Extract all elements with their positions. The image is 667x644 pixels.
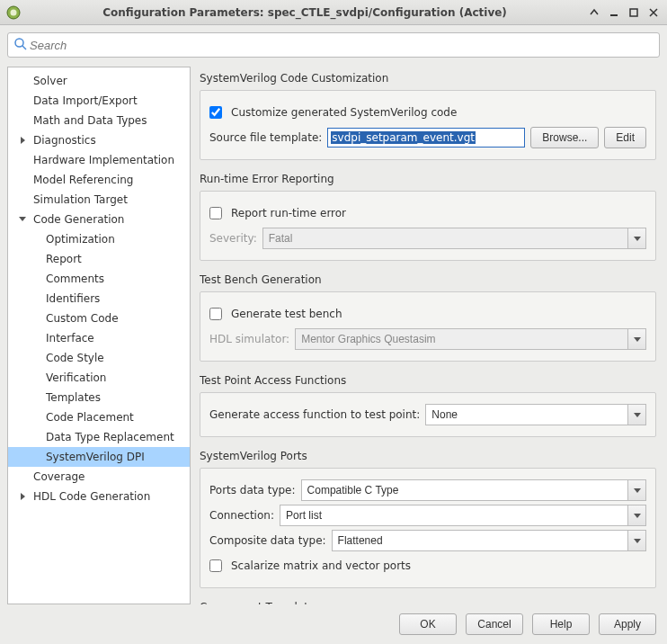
help-button[interactable]: Help — [532, 613, 590, 635]
svg-point-1 — [11, 9, 17, 15]
app-icon — [5, 4, 22, 21]
testpoint-gen-combo[interactable] — [425, 404, 646, 425]
svg-rect-2 — [610, 14, 618, 16]
close-icon[interactable] — [645, 4, 662, 21]
gen-testbench-checkbox[interactable] — [209, 308, 222, 320]
maximize-icon[interactable] — [626, 4, 642, 21]
source-template-label: Source file template: — [209, 131, 322, 144]
testpoint-gen-label: Generate access function to test point: — [209, 408, 420, 421]
gen-testbench-label: Generate test bench — [231, 308, 342, 320]
chevron-down-icon[interactable] — [627, 329, 645, 349]
chevron-down-icon[interactable] — [627, 531, 645, 550]
severity-combo[interactable] — [262, 228, 646, 249]
tree-item-hardware-impl[interactable]: Hardware Implementation — [8, 150, 190, 170]
svg-rect-3 — [630, 9, 637, 16]
tree-item-coverage[interactable]: Coverage — [8, 467, 190, 487]
tree-item-identifiers[interactable]: Identifiers — [8, 289, 190, 309]
section-svcode: Customize generated SystemVerilog code S… — [200, 90, 656, 160]
browse-button[interactable]: Browse... — [530, 127, 599, 148]
chevron-down-icon[interactable] — [627, 505, 645, 525]
composite-combo[interactable] — [332, 530, 646, 551]
ok-button[interactable]: OK — [399, 613, 457, 635]
minimize-icon[interactable] — [606, 4, 622, 21]
ports-datatype-label: Ports data type: — [209, 484, 296, 496]
tree-item-code-style[interactable]: Code Style — [8, 348, 190, 368]
chevron-down-icon[interactable] — [627, 228, 645, 248]
window-title: Configuration Parameters: spec_CTLE_svdp… — [27, 6, 583, 19]
tree-item-data-type-repl[interactable]: Data Type Replacement — [8, 427, 190, 447]
section-testbench: Generate test bench HDL simulator: — [200, 291, 656, 362]
tree-item-data-import-export[interactable]: Data Import/Export — [8, 91, 190, 111]
composite-label: Composite data type: — [209, 534, 326, 547]
titlebar: Configuration Parameters: spec_CTLE_svdp… — [0, 0, 667, 25]
report-runtime-checkbox[interactable] — [209, 207, 222, 219]
svg-point-4 — [15, 39, 23, 47]
nav-tree[interactable]: Solver Data Import/Export Math and Data … — [7, 67, 191, 604]
ports-datatype-value — [301, 479, 646, 501]
hdl-sim-combo[interactable] — [295, 328, 646, 350]
tree-item-sim-target[interactable]: Simulation Target — [8, 190, 190, 210]
tree-item-custom-code[interactable]: Custom Code — [8, 309, 190, 328]
tree-item-comments[interactable]: Comments — [8, 269, 190, 289]
tree-item-interface[interactable]: Interface — [8, 328, 190, 348]
customize-sv-checkbox[interactable] — [209, 106, 222, 119]
footer-buttons: OK Cancel Help Apply — [7, 604, 660, 637]
tree-item-optimization[interactable]: Optimization — [8, 229, 190, 249]
edit-button[interactable]: Edit — [604, 127, 646, 148]
section-runtime: Report run-time error Severity: — [200, 191, 656, 261]
search-input[interactable] — [28, 38, 654, 53]
section-testpoint: Generate access function to test point: — [200, 392, 656, 437]
connection-label: Connection: — [209, 509, 274, 522]
chevron-down-icon[interactable] — [627, 405, 645, 425]
chevron-down-icon[interactable] — [627, 480, 645, 500]
scalarize-checkbox[interactable] — [209, 559, 222, 572]
connection-combo[interactable] — [280, 505, 646, 526]
tree-item-math-data-types[interactable]: Math and Data Types — [8, 111, 190, 130]
connection-value — [280, 505, 646, 526]
tree-item-sv-dpi[interactable]: SystemVerilog DPI — [8, 447, 190, 467]
section-svcode-title: SystemVerilog Code Customization — [200, 72, 656, 85]
source-template-value: svdpi_setparam_event.vgt — [331, 131, 476, 144]
severity-value — [262, 228, 646, 249]
tree-item-report[interactable]: Report — [8, 249, 190, 269]
search-bar[interactable] — [7, 32, 660, 58]
hdl-sim-label: HDL simulator: — [209, 333, 289, 345]
report-runtime-label: Report run-time error — [231, 207, 346, 219]
tree-item-solver[interactable]: Solver — [8, 71, 190, 91]
apply-button[interactable]: Apply — [599, 613, 656, 635]
tree-item-model-ref[interactable]: Model Referencing — [8, 170, 190, 190]
composite-value — [332, 530, 646, 551]
hdl-sim-value — [295, 328, 646, 350]
section-ports: Ports data type: Connection: Composite d… — [200, 468, 656, 588]
tree-item-templates[interactable]: Templates — [8, 388, 190, 407]
ports-datatype-combo[interactable] — [301, 479, 646, 501]
content-panel: SystemVerilog Code Customization Customi… — [200, 67, 660, 604]
search-icon — [13, 37, 28, 54]
svg-line-5 — [22, 46, 26, 49]
section-testpoint-title: Test Point Access Functions — [200, 374, 656, 387]
section-ports-title: SystemVerilog Ports — [200, 450, 656, 462]
section-testbench-title: Test Bench Generation — [200, 273, 656, 286]
tree-item-code-gen[interactable]: Code Generation — [8, 210, 190, 229]
tree-item-code-placement[interactable]: Code Placement — [8, 407, 190, 427]
rollup-icon[interactable] — [586, 4, 602, 21]
tree-item-diagnostics[interactable]: Diagnostics — [8, 130, 190, 150]
customize-sv-label: Customize generated SystemVerilog code — [231, 106, 457, 119]
severity-label: Severity: — [209, 232, 257, 245]
tree-item-hdl-code-gen[interactable]: HDL Code Generation — [8, 487, 190, 506]
section-runtime-title: Run-time Error Reporting — [200, 173, 656, 185]
cancel-button[interactable]: Cancel — [466, 613, 523, 635]
testpoint-gen-value — [425, 404, 646, 425]
scalarize-label: Scalarize matrix and vector ports — [231, 559, 411, 572]
source-template-input[interactable]: svdpi_setparam_event.vgt — [327, 128, 525, 148]
tree-item-verification[interactable]: Verification — [8, 368, 190, 388]
